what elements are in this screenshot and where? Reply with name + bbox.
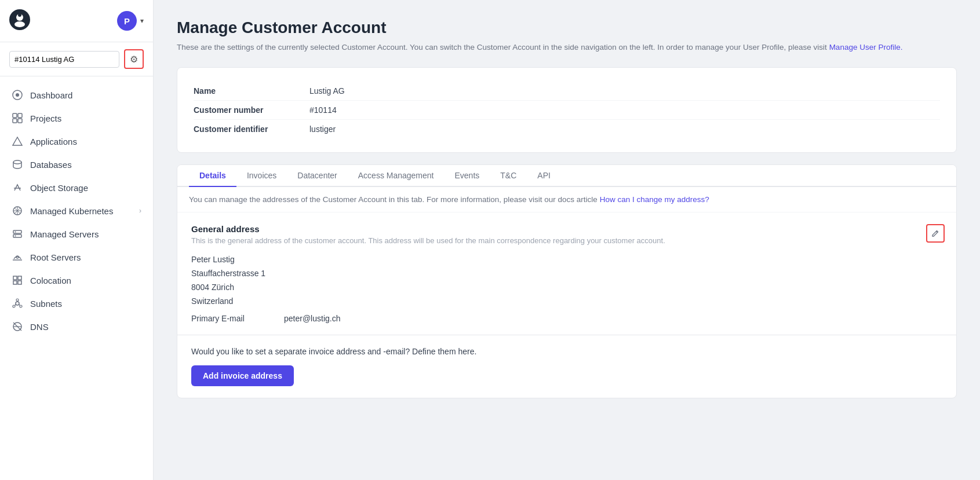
svg-rect-20 xyxy=(13,281,17,284)
sidebar-item-label: Managed Kubernetes xyxy=(30,206,113,216)
nav-menu: Dashboard Projects Applications Database… xyxy=(0,76,153,345)
svg-rect-8 xyxy=(13,119,17,123)
dns-icon xyxy=(12,321,23,332)
databases-icon xyxy=(12,159,23,170)
tab-datacenter[interactable]: Datacenter xyxy=(287,165,347,187)
sidebar-item-object-storage[interactable]: Object Storage xyxy=(0,176,153,199)
sidebar-item-dns[interactable]: DNS xyxy=(0,315,153,338)
svg-marker-10 xyxy=(13,137,22,145)
tab-api[interactable]: API xyxy=(527,165,561,187)
subnets-icon xyxy=(12,298,23,309)
svg-line-27 xyxy=(19,305,20,306)
manage-profile-link[interactable]: Manage User Profile. xyxy=(829,43,903,52)
info-row-name: Name Lustig AG xyxy=(194,82,940,101)
page-title: Manage Customer Account xyxy=(177,19,957,37)
sidebar-item-projects[interactable]: Projects xyxy=(0,107,153,130)
svg-point-25 xyxy=(13,305,15,307)
address-country: Switzerland xyxy=(191,295,942,309)
projects-icon xyxy=(12,112,23,124)
applications-icon xyxy=(12,135,23,147)
svg-rect-6 xyxy=(13,113,17,118)
tab-tc[interactable]: T&C xyxy=(490,165,527,187)
logo xyxy=(9,9,30,32)
account-selector-row: #10114 Lustig AG ⚙ xyxy=(0,42,153,76)
sidebar-top: P ▾ xyxy=(0,0,153,42)
sidebar-item-databases[interactable]: Databases xyxy=(0,153,153,176)
docs-link[interactable]: How can I change my address? xyxy=(600,195,709,204)
customer-info-card: Name Lustig AG Customer number #10114 Cu… xyxy=(177,67,957,153)
sidebar-item-dashboard[interactable]: Dashboard xyxy=(0,83,153,107)
user-area[interactable]: P ▾ xyxy=(117,11,144,31)
tabs-row: Details Invoices Datacenter Access Manag… xyxy=(177,165,956,187)
svg-point-2 xyxy=(14,21,25,27)
sidebar-item-colocation[interactable]: Colocation xyxy=(0,269,153,292)
svg-point-5 xyxy=(16,93,19,97)
sidebar-item-label: Applications xyxy=(30,137,77,146)
page-description: These are the settings of the currently … xyxy=(177,42,957,53)
svg-point-16 xyxy=(15,236,16,237)
tab-info-bar: You can manage the addresses of the Cust… xyxy=(177,187,956,212)
tab-invoices[interactable]: Invoices xyxy=(236,165,287,187)
sidebar-item-managed-servers[interactable]: Managed Servers xyxy=(0,222,153,246)
address-street: Stauffacherstrasse 1 xyxy=(191,267,942,281)
svg-point-3 xyxy=(18,13,21,17)
chevron-right-icon: › xyxy=(139,207,141,215)
svg-point-23 xyxy=(16,299,19,301)
svg-point-17 xyxy=(16,256,19,258)
general-address-title: General address xyxy=(191,224,942,234)
info-label-name: Name xyxy=(194,86,309,96)
object-storage-icon xyxy=(12,182,23,193)
tabs-container: Details Invoices Datacenter Access Manag… xyxy=(177,164,957,398)
info-row-customer-number: Customer number #10114 xyxy=(194,101,940,120)
svg-line-28 xyxy=(15,305,16,306)
address-city: 8004 Zürich xyxy=(191,281,942,295)
sidebar-item-subnets[interactable]: Subnets xyxy=(0,292,153,315)
tab-events[interactable]: Events xyxy=(445,165,490,187)
general-address-section: General address This is the general addr… xyxy=(177,212,956,335)
sidebar-item-applications[interactable]: Applications xyxy=(0,130,153,153)
tab-details[interactable]: Details xyxy=(189,165,236,187)
managed-servers-icon xyxy=(12,228,23,240)
root-servers-icon xyxy=(12,251,23,263)
sidebar-item-label: Databases xyxy=(30,160,72,170)
add-invoice-address-button[interactable]: Add invoice address xyxy=(191,365,294,386)
svg-rect-14 xyxy=(13,234,21,237)
svg-rect-7 xyxy=(18,113,22,118)
info-row-identifier: Customer identifier lustiger xyxy=(194,120,940,138)
chevron-down-icon[interactable]: ▾ xyxy=(140,17,144,25)
address-email-value: peter@lustig.ch xyxy=(284,314,340,323)
svg-rect-9 xyxy=(18,119,22,123)
address-lines: Peter Lustig Stauffacherstrasse 1 8004 Z… xyxy=(191,253,942,308)
general-address-description: This is the general address of the custo… xyxy=(191,236,942,245)
invoice-text: Would you like to set a separate invoice… xyxy=(191,347,942,356)
tab-access-management[interactable]: Access Management xyxy=(348,165,445,187)
sidebar-item-label: Colocation xyxy=(30,276,71,285)
sidebar-item-label: Projects xyxy=(30,113,61,123)
svg-rect-18 xyxy=(13,276,17,280)
info-label-identifier: Customer identifier xyxy=(194,124,309,134)
info-value-customer-number: #10114 xyxy=(309,105,337,115)
sidebar-item-label: Dashboard xyxy=(30,90,72,100)
sidebar-item-managed-kubernetes[interactable]: Managed Kubernetes › xyxy=(0,199,153,222)
sidebar-item-label: Subnets xyxy=(30,299,62,309)
gear-button[interactable]: ⚙ xyxy=(124,49,144,69)
account-selector[interactable]: #10114 Lustig AG xyxy=(9,51,119,68)
edit-address-button[interactable] xyxy=(926,224,945,243)
svg-point-15 xyxy=(15,232,16,233)
address-email-label: Primary E-mail xyxy=(191,314,284,323)
info-value-identifier: lustiger xyxy=(309,124,336,134)
svg-point-22 xyxy=(16,302,19,305)
svg-rect-19 xyxy=(18,276,21,280)
managed-kubernetes-icon xyxy=(12,205,23,217)
svg-rect-21 xyxy=(18,281,21,284)
colocation-icon xyxy=(12,274,23,286)
sidebar-item-root-servers[interactable]: Root Servers xyxy=(0,246,153,269)
sidebar: P ▾ #10114 Lustig AG ⚙ Dashboard Project… xyxy=(0,0,154,480)
svg-point-11 xyxy=(13,160,21,164)
dashboard-icon xyxy=(12,89,23,101)
main-content: Manage Customer Account These are the se… xyxy=(154,0,980,480)
sidebar-item-label: Root Servers xyxy=(30,252,81,262)
info-value-name: Lustig AG xyxy=(309,86,345,96)
avatar: P xyxy=(117,11,137,31)
sidebar-item-label: Managed Servers xyxy=(30,229,99,239)
